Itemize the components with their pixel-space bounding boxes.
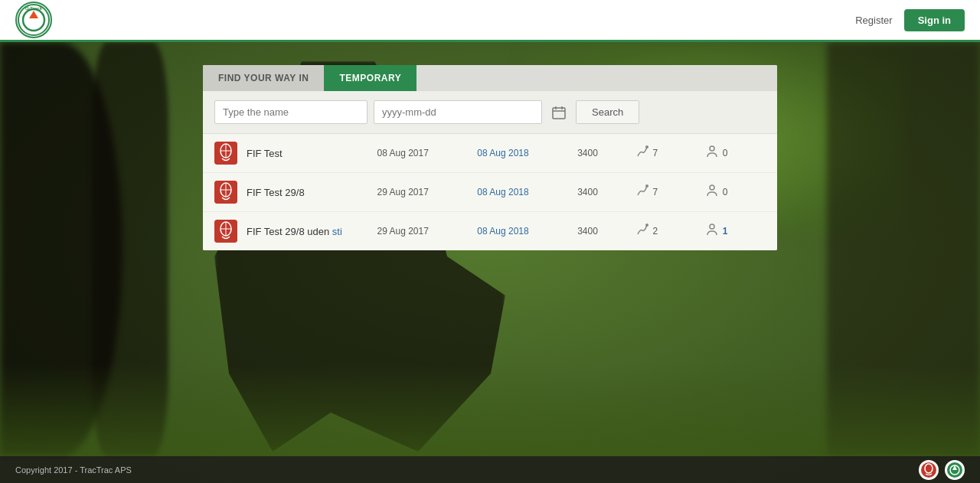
footer: Copyright 2017 - TracTrac APS [0, 456, 980, 483]
routes-value: 2 [653, 226, 658, 237]
event-number: 3400 [577, 187, 626, 197]
svg-text:O·Track: O·Track [25, 6, 43, 11]
event-date-start: 08 Aug 2017 [377, 148, 468, 158]
footer-logos [919, 460, 965, 480]
tab-find[interactable]: FIND YOUR WAY IN [203, 65, 324, 91]
search-button[interactable]: Search [576, 100, 639, 124]
participants-value: 0 [723, 148, 728, 158]
event-number: 3400 [577, 148, 626, 158]
event-logo [214, 181, 237, 204]
participants-value: 1 [723, 226, 728, 237]
logo-area: O·Track [15, 2, 52, 38]
routes-icon [635, 184, 649, 201]
svg-rect-4 [553, 108, 565, 119]
routes-icon [635, 145, 649, 162]
participants-icon [705, 223, 719, 240]
footer-logo-green [945, 460, 965, 480]
search-input[interactable] [214, 100, 368, 124]
svg-point-19 [710, 185, 714, 190]
svg-point-24 [645, 224, 648, 227]
event-date-end: 08 Aug 2018 [477, 148, 568, 158]
footer-logo-otrack [919, 460, 939, 480]
event-name: FIF Test 29/8 uden sti [247, 226, 368, 237]
participants-icon [705, 145, 719, 162]
tab-temporary[interactable]: TEMPORARY [324, 65, 416, 91]
register-link[interactable]: Register [855, 15, 892, 26]
participants-icon [705, 184, 719, 201]
event-name: FIF Test 29/8 [247, 187, 368, 198]
event-number: 3400 [577, 226, 626, 237]
event-date-end: 08 Aug 2018 [477, 226, 568, 237]
svg-point-25 [710, 224, 714, 229]
event-logo [214, 220, 237, 243]
signin-button[interactable]: Sign in [904, 9, 965, 31]
table-row: FIF Test 29/8 29 Aug 2017 08 Aug 2018 34… [203, 173, 777, 212]
event-participants: 1 [705, 223, 766, 240]
calendar-icon[interactable] [548, 102, 570, 123]
event-routes: 2 [635, 223, 696, 240]
event-date-start: 29 Aug 2017 [377, 187, 468, 197]
date-input[interactable] [374, 100, 542, 124]
event-participants: 0 [705, 184, 766, 201]
svg-point-18 [645, 184, 648, 188]
participants-value: 0 [723, 187, 728, 197]
panel: FIND YOUR WAY IN TEMPORARY Search [203, 65, 777, 250]
search-bar: Search [203, 91, 777, 134]
svg-point-13 [710, 146, 714, 151]
logo[interactable]: O·Track [15, 2, 52, 38]
event-logo [214, 142, 237, 165]
header-right: Register Sign in [855, 9, 965, 31]
event-name: FIF Test [247, 148, 368, 159]
results-area: FIF Test 08 Aug 2017 08 Aug 2018 3400 7 [203, 134, 777, 250]
event-routes: 7 [635, 184, 696, 201]
header: O·Track Register Sign in [0, 0, 980, 42]
event-date-start: 29 Aug 2017 [377, 226, 468, 237]
tabs: FIND YOUR WAY IN TEMPORARY [203, 65, 777, 91]
table-row: FIF Test 08 Aug 2017 08 Aug 2018 3400 7 [203, 134, 777, 173]
event-date-end: 08 Aug 2018 [477, 187, 568, 197]
event-name-link[interactable]: sti [332, 226, 342, 237]
routes-value: 7 [653, 187, 658, 197]
table-row: FIF Test 29/8 uden sti 29 Aug 2017 08 Au… [203, 212, 777, 250]
routes-icon [635, 223, 649, 240]
event-routes: 7 [635, 145, 696, 162]
svg-point-12 [645, 145, 648, 148]
routes-value: 7 [653, 148, 658, 158]
footer-copyright: Copyright 2017 - TracTrac APS [15, 465, 132, 475]
event-participants: 0 [705, 145, 766, 162]
main-content: FIND YOUR WAY IN TEMPORARY Search [0, 42, 980, 456]
